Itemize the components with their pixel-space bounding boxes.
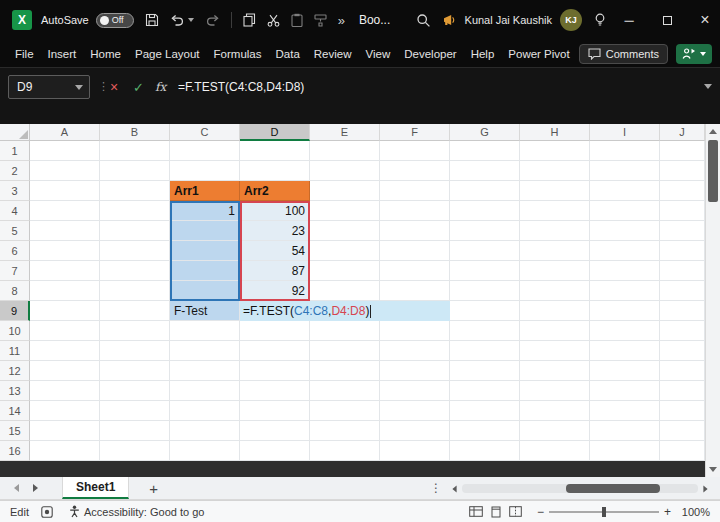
zoom-out-button[interactable]: − xyxy=(532,505,549,519)
cell-F13[interactable] xyxy=(380,381,450,401)
cell-G3[interactable] xyxy=(450,181,520,201)
cell-F16[interactable] xyxy=(380,441,450,461)
menu-help[interactable]: Help xyxy=(464,40,502,67)
cell-F6[interactable] xyxy=(380,241,450,261)
cell-G12[interactable] xyxy=(450,361,520,381)
cell-D15[interactable] xyxy=(240,421,310,441)
format-painter-icon[interactable] xyxy=(314,14,327,27)
menu-insert[interactable]: Insert xyxy=(41,40,84,67)
menu-formulas[interactable]: Formulas xyxy=(207,40,269,67)
column-header-C[interactable]: C xyxy=(170,124,240,141)
user-name[interactable]: Kunal Jai Kaushik xyxy=(465,14,552,26)
page-layout-view-icon[interactable] xyxy=(490,506,502,518)
cell-C2[interactable] xyxy=(170,161,240,181)
cell-J5[interactable] xyxy=(660,221,705,241)
cell-I1[interactable] xyxy=(590,141,660,161)
row-header-3[interactable]: 3 xyxy=(0,181,30,201)
menu-review[interactable]: Review xyxy=(307,40,359,67)
cell-H13[interactable] xyxy=(520,381,590,401)
cell-C3[interactable]: Arr1 xyxy=(170,181,240,201)
accessibility-status[interactable]: Accessibility: Good to go xyxy=(84,506,204,518)
cell-I11[interactable] xyxy=(590,341,660,361)
cell-G2[interactable] xyxy=(450,161,520,181)
menu-page-layout[interactable]: Page Layout xyxy=(128,40,207,67)
cell-A10[interactable] xyxy=(30,321,100,341)
cell-I10[interactable] xyxy=(590,321,660,341)
excel-logo-icon[interactable]: X xyxy=(12,10,32,30)
cell-A8[interactable] xyxy=(30,281,100,301)
cell-I14[interactable] xyxy=(590,401,660,421)
cell-G14[interactable] xyxy=(450,401,520,421)
cell-H5[interactable] xyxy=(520,221,590,241)
save-icon[interactable] xyxy=(145,13,159,27)
cell-H3[interactable] xyxy=(520,181,590,201)
megaphone-icon[interactable] xyxy=(443,14,457,26)
paste-icon[interactable] xyxy=(291,13,303,27)
cell-C1[interactable] xyxy=(170,141,240,161)
cell-C16[interactable] xyxy=(170,441,240,461)
column-header-F[interactable]: F xyxy=(380,124,450,141)
cell-I3[interactable] xyxy=(590,181,660,201)
sheet-nav-prev-icon[interactable] xyxy=(14,484,19,492)
comments-button[interactable]: Comments xyxy=(579,44,668,64)
vertical-scroll-thumb[interactable] xyxy=(708,140,718,202)
name-box-dropdown-icon[interactable] xyxy=(75,85,83,90)
cell-I16[interactable] xyxy=(590,441,660,461)
horizontal-scroll-track[interactable] xyxy=(462,484,698,493)
cell-E7[interactable] xyxy=(310,261,380,281)
cell-A3[interactable] xyxy=(30,181,100,201)
redo-icon[interactable] xyxy=(205,14,220,27)
cell-J12[interactable] xyxy=(660,361,705,381)
cut-icon[interactable] xyxy=(267,14,280,27)
cell-B15[interactable] xyxy=(100,421,170,441)
row-header-10[interactable]: 10 xyxy=(0,321,30,341)
minimize-button[interactable]: ─ xyxy=(614,0,644,40)
enter-icon[interactable]: ✓ xyxy=(133,80,144,95)
cell-F11[interactable] xyxy=(380,341,450,361)
row-header-6[interactable]: 6 xyxy=(0,241,30,261)
cell-E14[interactable] xyxy=(310,401,380,421)
row-header-7[interactable]: 7 xyxy=(0,261,30,281)
undo-icon[interactable] xyxy=(170,14,185,27)
normal-view-icon[interactable] xyxy=(469,506,483,517)
workbook-name[interactable]: Boo... xyxy=(359,13,390,27)
cell-F1[interactable] xyxy=(380,141,450,161)
menu-power-pivot[interactable]: Power Pivot xyxy=(501,40,576,67)
cell-A13[interactable] xyxy=(30,381,100,401)
cell-J3[interactable] xyxy=(660,181,705,201)
menu-data[interactable]: Data xyxy=(269,40,307,67)
row-header-2[interactable]: 2 xyxy=(0,161,30,181)
cell-I7[interactable] xyxy=(590,261,660,281)
cell-H10[interactable] xyxy=(520,321,590,341)
cell-D12[interactable] xyxy=(240,361,310,381)
cell-H16[interactable] xyxy=(520,441,590,461)
cell-C14[interactable] xyxy=(170,401,240,421)
cell-B6[interactable] xyxy=(100,241,170,261)
sheet-tab-sheet1[interactable]: Sheet1 xyxy=(62,477,129,499)
cell-G5[interactable] xyxy=(450,221,520,241)
more-commands-icon[interactable]: » xyxy=(338,13,345,28)
cell-B8[interactable] xyxy=(100,281,170,301)
cell-A4[interactable] xyxy=(30,201,100,221)
cell-G9[interactable] xyxy=(450,301,520,321)
maximize-button[interactable] xyxy=(652,0,682,40)
row-header-15[interactable]: 15 xyxy=(0,421,30,441)
autosave-toggle[interactable]: Off xyxy=(96,13,134,28)
row-header-14[interactable]: 14 xyxy=(0,401,30,421)
close-button[interactable]: × xyxy=(690,0,720,40)
cell-F3[interactable] xyxy=(380,181,450,201)
row-header-11[interactable]: 11 xyxy=(0,341,30,361)
row-header-16[interactable]: 16 xyxy=(0,441,30,461)
column-header-E[interactable]: E xyxy=(310,124,380,141)
cell-D16[interactable] xyxy=(240,441,310,461)
cell-J4[interactable] xyxy=(660,201,705,221)
vertical-scrollbar[interactable] xyxy=(705,124,720,477)
cell-F5[interactable] xyxy=(380,221,450,241)
cell-D14[interactable] xyxy=(240,401,310,421)
cell-F8[interactable] xyxy=(380,281,450,301)
name-box[interactable]: D9 xyxy=(8,75,90,99)
cell-E3[interactable] xyxy=(310,181,380,201)
cell-B9[interactable] xyxy=(100,301,170,321)
cell-I5[interactable] xyxy=(590,221,660,241)
row-header-13[interactable]: 13 xyxy=(0,381,30,401)
